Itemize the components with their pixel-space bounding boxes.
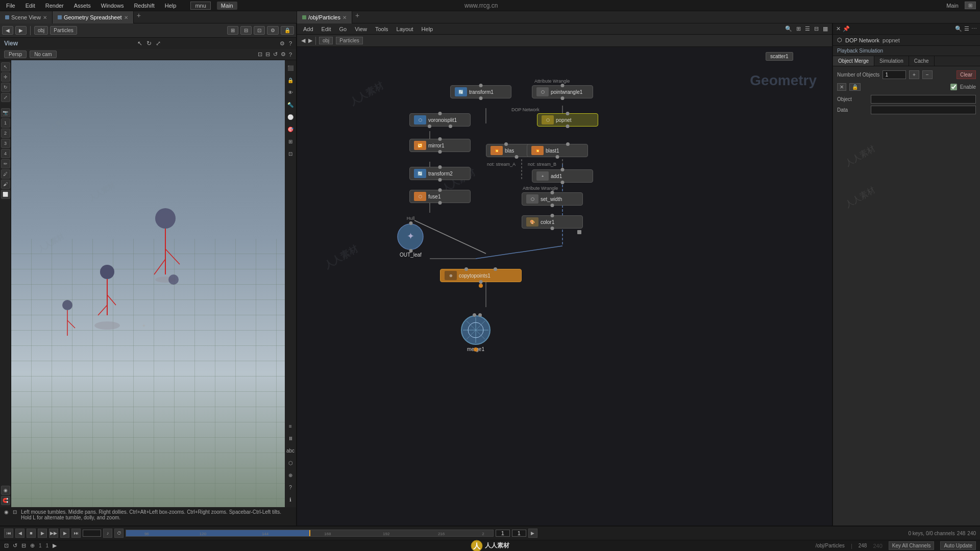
copytopoints1-input1[interactable]: [464, 267, 468, 271]
ng-menu-help[interactable]: Help: [420, 25, 435, 33]
popnet-input[interactable]: [566, 112, 570, 115]
tl-realtime[interactable]: ⏱: [114, 529, 124, 538]
menu-windows[interactable]: Windows: [99, 2, 126, 10]
menu-help[interactable]: Help: [163, 2, 179, 10]
view-help-icon[interactable]: ?: [289, 40, 292, 46]
dop-lock-btn[interactable]: 🔒: [849, 83, 861, 91]
key-all-channels-btn[interactable]: Key All Channels: [889, 541, 935, 550]
tool-sculpt[interactable]: 🖊: [1, 169, 10, 179]
vp-icon-4[interactable]: 🔦: [285, 99, 296, 110]
transform2-node[interactable]: 🔄 transform2: [409, 167, 471, 180]
vp-icon-2[interactable]: 🔒: [285, 75, 296, 85]
ng-search-icon[interactable]: 🔍: [785, 26, 792, 32]
tool-box[interactable]: ⬜: [1, 190, 10, 199]
tab-particles-close[interactable]: ✕: [342, 15, 347, 20]
tool-move[interactable]: ✛: [1, 72, 10, 82]
view-scale-icon[interactable]: ⤢: [156, 40, 161, 47]
toolbar-settings[interactable]: ⚙: [267, 26, 279, 35]
vp-icon-bot4[interactable]: ⬡: [285, 458, 296, 468]
menu-redshift[interactable]: Redshift: [132, 2, 156, 10]
blast-left-output[interactable]: [515, 155, 519, 159]
display-icon-1[interactable]: ◉: [4, 509, 9, 515]
toolbar-lock[interactable]: 🔒: [281, 26, 294, 35]
tool-4[interactable]: 4: [1, 149, 10, 158]
ng-menu-layout[interactable]: Layout: [395, 25, 415, 33]
voronoisplit1-out2[interactable]: [449, 124, 452, 128]
ng-nav-back[interactable]: ◀: [301, 37, 305, 44]
add1-node[interactable]: + add1: [532, 169, 593, 183]
pointwrangle1-input[interactable]: [561, 84, 565, 87]
ng-menu-view[interactable]: View: [353, 25, 369, 33]
main-dropdown[interactable]: Main: [217, 2, 237, 10]
dop-list-icon[interactable]: ☰: [964, 26, 969, 32]
tl-next-frame[interactable]: ▶: [60, 529, 69, 538]
object-input[interactable]: [871, 95, 976, 104]
menu-edit[interactable]: Edit: [23, 2, 37, 10]
dop-x-btn[interactable]: ✕: [837, 83, 846, 91]
ng-obj-btn[interactable]: obj: [319, 37, 333, 44]
auto-update-btn[interactable]: Auto Update: [940, 541, 976, 550]
tl-play[interactable]: ▶: [38, 529, 47, 538]
tool-paint[interactable]: 🖌: [1, 180, 10, 189]
blast-left-input[interactable]: [504, 142, 508, 146]
tl-frame-start-input[interactable]: [496, 530, 510, 537]
dop-pin-icon[interactable]: 📌: [843, 26, 850, 32]
voronoisplit1-node[interactable]: ⬡ voronoisplit1: [409, 113, 471, 127]
view-select-icon[interactable]: ↖: [137, 40, 142, 47]
blast1-node[interactable]: 💥 blast1: [527, 144, 588, 157]
set-width-node[interactable]: ⬡ set_width: [522, 192, 583, 206]
tool-scale[interactable]: ⤢: [1, 93, 10, 102]
ng-menu-go[interactable]: Go: [337, 25, 349, 33]
ng-nav-forward[interactable]: ▶: [308, 37, 312, 44]
tab-add-left[interactable]: +: [134, 11, 144, 23]
mirror1-node[interactable]: 🔁 mirror1: [409, 139, 471, 152]
dop-tab-object-merge[interactable]: Object Merge: [833, 56, 874, 66]
bb-icon-1[interactable]: ⊡: [4, 542, 9, 549]
fuse1-input[interactable]: [438, 188, 442, 192]
ng-menu-add[interactable]: Add: [301, 25, 315, 33]
add1-output[interactable]: [561, 181, 565, 184]
transform1-output[interactable]: [479, 96, 483, 100]
num-obj-minus[interactable]: −: [922, 70, 933, 79]
vp-icon-7[interactable]: ⊞: [285, 136, 296, 146]
vp-icon-8[interactable]: ⊡: [285, 148, 296, 159]
transform2-output[interactable]: [438, 178, 442, 182]
ng-table-icon[interactable]: ⊟: [814, 26, 819, 32]
tl-menu[interactable]: ▶: [528, 529, 537, 538]
set-width-input[interactable]: [551, 191, 554, 194]
copytopoints1-output[interactable]: [479, 280, 483, 284]
bb-icon-4[interactable]: ⊕: [30, 542, 35, 549]
color1-node[interactable]: 🎨 color1: [522, 215, 583, 229]
copytopoints1-node[interactable]: ⊕ copytopoints1: [440, 269, 522, 282]
tab-scene-view-close[interactable]: ✕: [43, 15, 47, 20]
ng-grid-icon[interactable]: ⊞: [796, 26, 801, 32]
tl-audio[interactable]: ♪: [103, 529, 112, 538]
mirror1-output[interactable]: [438, 150, 442, 154]
toolbar-particles[interactable]: Particles: [50, 26, 77, 35]
tool-3[interactable]: 3: [1, 139, 10, 148]
merge1-input1[interactable]: [473, 313, 476, 317]
ng-list-icon[interactable]: ☰: [805, 26, 810, 32]
set-width-output[interactable]: [551, 204, 554, 207]
tl-frame-input[interactable]: 123: [83, 530, 101, 537]
popnet-node[interactable]: ⬡ popnet: [537, 113, 598, 127]
dop-close-icon[interactable]: ✕: [836, 26, 841, 32]
vp-help-icon[interactable]: ?: [289, 52, 292, 58]
merge1-node[interactable]: merge1: [460, 315, 491, 352]
vp-icon-bot3[interactable]: abc: [285, 445, 296, 456]
transform2-input[interactable]: [438, 165, 442, 169]
vp-icon-bot6[interactable]: ?: [285, 482, 296, 492]
color1-input[interactable]: [551, 214, 554, 217]
tool-snap[interactable]: 🧲: [1, 496, 10, 505]
dop-search-icon[interactable]: 🔍: [955, 26, 962, 32]
node-canvas[interactable]: 人人素材 人人素材 人人素材 Geometry: [297, 47, 832, 525]
data-input[interactable]: [871, 106, 976, 114]
num-obj-plus[interactable]: +: [909, 70, 919, 79]
tool-rotate[interactable]: ↻: [1, 83, 10, 92]
menu-assets[interactable]: Assets: [72, 2, 93, 10]
tl-play-fast[interactable]: ▶▶: [49, 529, 58, 538]
tab-particles[interactable]: /obj/Particles ✕: [297, 11, 352, 23]
blast1-input[interactable]: [566, 142, 570, 146]
vp-icon-bot5[interactable]: ⊕: [285, 470, 296, 480]
clear-button[interactable]: Clear: [957, 70, 976, 79]
